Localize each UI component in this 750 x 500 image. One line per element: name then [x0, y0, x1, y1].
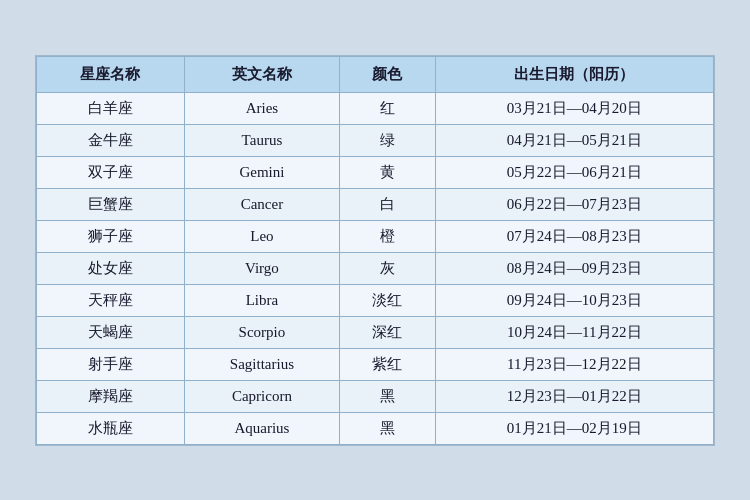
cell-6-1: Libra	[184, 284, 339, 316]
cell-9-0: 摩羯座	[37, 380, 185, 412]
table-row: 射手座Sagittarius紫红11月23日—12月22日	[37, 348, 714, 380]
cell-6-3: 09月24日—10月23日	[435, 284, 713, 316]
zodiac-table-container: 星座名称 英文名称 颜色 出生日期（阳历） 白羊座Aries红03月21日—04…	[35, 55, 715, 446]
cell-10-2: 黑	[339, 412, 435, 444]
table-row: 巨蟹座Cancer白06月22日—07月23日	[37, 188, 714, 220]
cell-9-2: 黑	[339, 380, 435, 412]
cell-1-2: 绿	[339, 124, 435, 156]
cell-5-2: 灰	[339, 252, 435, 284]
cell-2-1: Gemini	[184, 156, 339, 188]
cell-10-0: 水瓶座	[37, 412, 185, 444]
cell-4-3: 07月24日—08月23日	[435, 220, 713, 252]
cell-6-0: 天秤座	[37, 284, 185, 316]
cell-0-0: 白羊座	[37, 92, 185, 124]
table-header-row: 星座名称 英文名称 颜色 出生日期（阳历）	[37, 56, 714, 92]
cell-6-2: 淡红	[339, 284, 435, 316]
cell-4-1: Leo	[184, 220, 339, 252]
cell-8-1: Sagittarius	[184, 348, 339, 380]
cell-5-3: 08月24日—09月23日	[435, 252, 713, 284]
cell-5-1: Virgo	[184, 252, 339, 284]
col-header-color: 颜色	[339, 56, 435, 92]
cell-7-2: 深红	[339, 316, 435, 348]
table-row: 摩羯座Capricorn黑12月23日—01月22日	[37, 380, 714, 412]
col-header-date: 出生日期（阳历）	[435, 56, 713, 92]
table-row: 狮子座Leo橙07月24日—08月23日	[37, 220, 714, 252]
cell-10-1: Aquarius	[184, 412, 339, 444]
table-row: 水瓶座Aquarius黑01月21日—02月19日	[37, 412, 714, 444]
cell-3-3: 06月22日—07月23日	[435, 188, 713, 220]
cell-0-2: 红	[339, 92, 435, 124]
cell-8-0: 射手座	[37, 348, 185, 380]
cell-0-1: Aries	[184, 92, 339, 124]
cell-1-3: 04月21日—05月21日	[435, 124, 713, 156]
table-row: 处女座Virgo灰08月24日—09月23日	[37, 252, 714, 284]
cell-4-2: 橙	[339, 220, 435, 252]
cell-2-2: 黄	[339, 156, 435, 188]
table-row: 白羊座Aries红03月21日—04月20日	[37, 92, 714, 124]
cell-1-0: 金牛座	[37, 124, 185, 156]
col-header-english: 英文名称	[184, 56, 339, 92]
cell-9-1: Capricorn	[184, 380, 339, 412]
table-row: 双子座Gemini黄05月22日—06月21日	[37, 156, 714, 188]
zodiac-table: 星座名称 英文名称 颜色 出生日期（阳历） 白羊座Aries红03月21日—04…	[36, 56, 714, 445]
table-row: 天秤座Libra淡红09月24日—10月23日	[37, 284, 714, 316]
cell-1-1: Taurus	[184, 124, 339, 156]
cell-2-3: 05月22日—06月21日	[435, 156, 713, 188]
cell-9-3: 12月23日—01月22日	[435, 380, 713, 412]
table-body: 白羊座Aries红03月21日—04月20日金牛座Taurus绿04月21日—0…	[37, 92, 714, 444]
cell-7-1: Scorpio	[184, 316, 339, 348]
cell-10-3: 01月21日—02月19日	[435, 412, 713, 444]
table-row: 金牛座Taurus绿04月21日—05月21日	[37, 124, 714, 156]
cell-0-3: 03月21日—04月20日	[435, 92, 713, 124]
cell-8-3: 11月23日—12月22日	[435, 348, 713, 380]
cell-5-0: 处女座	[37, 252, 185, 284]
cell-3-2: 白	[339, 188, 435, 220]
cell-3-0: 巨蟹座	[37, 188, 185, 220]
cell-2-0: 双子座	[37, 156, 185, 188]
table-row: 天蝎座Scorpio深红10月24日—11月22日	[37, 316, 714, 348]
cell-3-1: Cancer	[184, 188, 339, 220]
cell-7-3: 10月24日—11月22日	[435, 316, 713, 348]
col-header-chinese: 星座名称	[37, 56, 185, 92]
cell-8-2: 紫红	[339, 348, 435, 380]
cell-7-0: 天蝎座	[37, 316, 185, 348]
cell-4-0: 狮子座	[37, 220, 185, 252]
